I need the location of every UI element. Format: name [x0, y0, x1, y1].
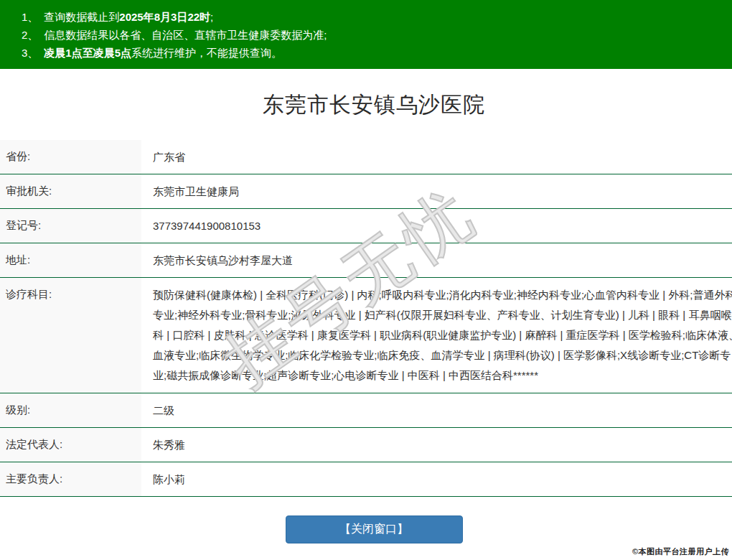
row-label: 主要负责人:	[0, 462, 141, 496]
notice-line-3: 3、凌晨1点至凌晨5点系统进行维护，不能提供查询。	[22, 44, 732, 62]
row-label: 地址:	[0, 243, 141, 277]
notice-banner: 1、查询数据截止到2025年8月3日22时; 2、信息数据结果以各省、自治区、直…	[0, 0, 732, 69]
notice-text-bold: 凌晨1点至凌晨5点	[44, 47, 131, 59]
table-row-medical-subjects: 诊疗科目: 预防保健科(健康体检) | 全科医疗科(门诊) | 内科;呼吸内科专…	[0, 278, 732, 393]
row-label: 法定代表人:	[0, 428, 141, 462]
hospital-detail-table: 省份: 广东省 审批机关: 东莞市卫生健康局 登记号: 377397441900…	[0, 140, 732, 497]
row-value: 377397441900810153	[141, 209, 732, 243]
table-row-approval-authority: 审批机关: 东莞市卫生健康局	[0, 174, 732, 209]
row-value: 东莞市卫生健康局	[141, 174, 732, 208]
notice-line-number: 1、	[22, 11, 38, 23]
notice-text: 系统进行维护，不能提供查询。	[131, 47, 282, 59]
row-value: 陈小莉	[141, 462, 732, 496]
notice-text: ;	[210, 11, 213, 23]
row-value: 东莞市长安镇乌沙村李屋大道	[141, 243, 732, 277]
table-row-province: 省份: 广东省	[0, 140, 732, 174]
row-value: 朱秀雅	[141, 428, 732, 462]
table-row-main-responsible-person: 主要负责人: 陈小莉	[0, 462, 732, 497]
row-label: 省份:	[0, 140, 141, 174]
page: 1、查询数据截止到2025年8月3日22时; 2、信息数据结果以各省、自治区、直…	[0, 0, 732, 543]
row-label: 诊疗科目:	[0, 278, 141, 393]
row-value: 二级	[141, 393, 732, 427]
button-container: 【关闭窗口】	[0, 515, 732, 543]
row-value: 广东省	[141, 140, 732, 174]
notice-text: 信息数据结果以各省、自治区、直辖市卫生健康委数据为准;	[44, 29, 327, 41]
notice-text-bold: 2025年8月3日22时	[119, 11, 210, 23]
row-label: 审批机关:	[0, 174, 141, 208]
row-value: 预防保健科(健康体检) | 全科医疗科(门诊) | 内科;呼吸内科专业;消化内科…	[141, 278, 732, 393]
notice-line-1: 1、查询数据截止到2025年8月3日22时;	[22, 8, 732, 26]
row-label: 登记号:	[0, 209, 141, 243]
row-label: 级别:	[0, 393, 141, 427]
close-window-button[interactable]: 【关闭窗口】	[286, 515, 463, 543]
hospital-title: 东莞市长安镇乌沙医院	[0, 90, 732, 120]
table-row-legal-representative: 法定代表人: 朱秀雅	[0, 428, 732, 462]
table-row-level: 级别: 二级	[0, 393, 732, 428]
image-attribution-text: ©本图由平台注册用户上传	[632, 546, 729, 557]
notice-line-number: 2、	[22, 29, 38, 41]
notice-text: 查询数据截止到	[44, 11, 119, 23]
notice-line-number: 3、	[22, 47, 38, 59]
table-row-address: 地址: 东莞市长安镇乌沙村李屋大道	[0, 243, 732, 278]
notice-line-2: 2、信息数据结果以各省、自治区、直辖市卫生健康委数据为准;	[22, 26, 732, 44]
table-row-registration-number: 登记号: 377397441900810153	[0, 209, 732, 243]
